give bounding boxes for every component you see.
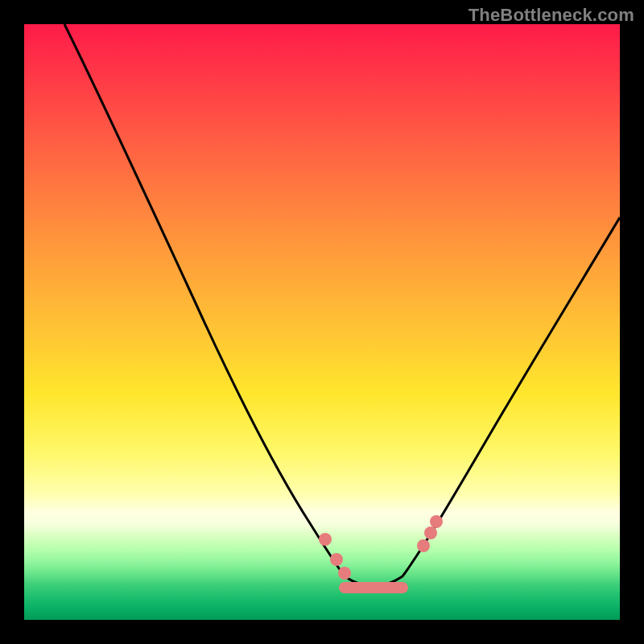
curve-left-branch — [64, 24, 345, 576]
marker-dot — [430, 515, 443, 528]
watermark-text: TheBottleneck.com — [469, 5, 634, 26]
marker-dot — [319, 533, 332, 546]
marker-dot — [417, 539, 430, 552]
plot-area — [24, 24, 620, 620]
curve-svg — [24, 24, 620, 620]
marker-dot — [330, 553, 343, 566]
marker-dot — [424, 526, 437, 539]
chart-frame: TheBottleneck.com — [0, 0, 644, 644]
marker-dot — [338, 567, 351, 580]
